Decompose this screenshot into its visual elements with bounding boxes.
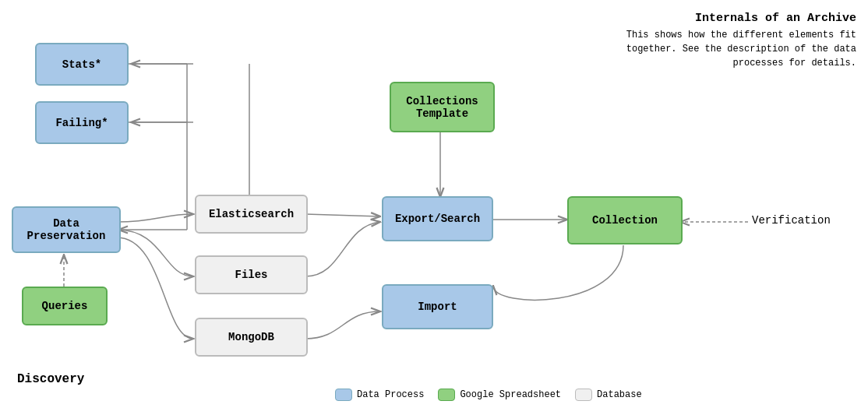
legend-dot-white	[575, 389, 592, 401]
import-box: Import	[382, 284, 493, 329]
legend-dot-blue	[335, 389, 352, 401]
legend-dot-green	[438, 389, 455, 401]
queries-box: Queries	[22, 287, 108, 325]
title-main: Internals of an Archive	[626, 12, 856, 25]
legend: Data Process Google Spreadsheet Database	[335, 389, 642, 401]
mongodb-box: MongoDB	[195, 318, 308, 357]
collections-template-box: Collections Template	[390, 82, 495, 132]
legend-database: Database	[575, 389, 642, 401]
svg-line-4	[305, 214, 380, 216]
data-preservation-box: Data Preservation	[12, 206, 121, 253]
elasticsearch-box: Elasticsearch	[195, 195, 308, 234]
legend-data-process: Data Process	[335, 389, 424, 401]
stats-box: Stats*	[35, 43, 129, 86]
diagram-container: Stats* Failing* Data Preservation Querie…	[0, 0, 868, 415]
title-area: Internals of an Archive This shows how t…	[626, 12, 856, 70]
verification-label: Verification	[752, 214, 831, 227]
title-sub: This shows how the different elements fi…	[626, 28, 856, 70]
export-search-box: Export/Search	[382, 196, 493, 241]
discovery-label: Discovery	[17, 372, 84, 386]
collection-box: Collection	[567, 196, 683, 244]
files-box: Files	[195, 255, 308, 294]
legend-google-spreadsheet: Google Spreadsheet	[438, 389, 561, 401]
failing-box: Failing*	[35, 101, 129, 144]
